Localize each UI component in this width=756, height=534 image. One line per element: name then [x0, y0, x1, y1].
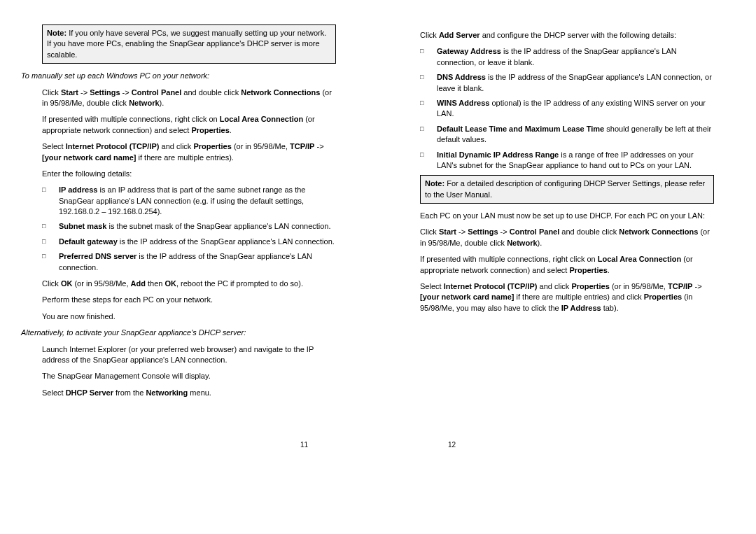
- document-spread: Note: If you only have several PCs, we s…: [0, 0, 756, 534]
- bullet-icon: □: [42, 251, 59, 273]
- note-label: Note:: [425, 179, 444, 188]
- note-label: Note:: [47, 29, 66, 37]
- bullet-icon: □: [420, 150, 437, 171]
- page-number: 11: [300, 440, 308, 450]
- paragraph: If presented with multiple connections, …: [420, 254, 714, 276]
- paragraph: Each PC on your LAN must now be set up t…: [420, 211, 714, 221]
- page-12: Click Add Server and configure the DHCP …: [378, 0, 756, 534]
- paragraph: Launch Internet Explorer (or your prefer…: [42, 344, 336, 366]
- list-item: □ Initial Dynamic IP Address Range is a …: [420, 150, 714, 171]
- list-item: □ DNS Address is the IP address of the S…: [420, 72, 714, 94]
- bullet-icon: □: [42, 237, 59, 247]
- list-item: □ IP address is an IP address that is pa…: [42, 185, 336, 217]
- list-item: □ Subnet mask is the subnet mask of the …: [42, 221, 336, 232]
- paragraph: You are now finished.: [42, 311, 336, 322]
- paragraph: If presented with multiple connections, …: [42, 114, 336, 136]
- bullet-list: □ Gateway Address is the IP address of t…: [420, 46, 714, 171]
- list-item: □ Default gateway is the IP address of t…: [42, 237, 336, 247]
- paragraph: The SnapGear Management Console will dis…: [42, 371, 336, 381]
- note-text: If you only have several PCs, we suggest…: [47, 29, 326, 59]
- note-box: Note: If you only have several PCs, we s…: [42, 24, 336, 64]
- paragraph: Enter the following details:: [42, 169, 336, 179]
- section-heading: Alternatively, to activate your SnapGear…: [21, 328, 336, 338]
- bullet-icon: □: [42, 185, 59, 217]
- list-item: □ WINS Address optional) is the IP addre…: [420, 98, 714, 120]
- paragraph: Click OK (or in 95/98/Me, Add then OK, r…: [42, 279, 336, 289]
- bullet-icon: □: [420, 124, 437, 146]
- bullet-icon: □: [420, 46, 437, 68]
- paragraph: Perform these steps for each PC on your …: [42, 295, 336, 305]
- list-item: □ Gateway Address is the IP address of t…: [420, 46, 714, 68]
- bullet-icon: □: [42, 221, 59, 232]
- paragraph: Click Add Server and configure the DHCP …: [420, 30, 714, 41]
- page-11: Note: If you only have several PCs, we s…: [0, 0, 378, 534]
- paragraph: Select Internet Protocol (TCP/IP) and cl…: [420, 281, 714, 314]
- bullet-icon: □: [420, 72, 437, 94]
- paragraph: Select Internet Protocol (TCP/IP) and cl…: [42, 141, 336, 163]
- bullet-icon: □: [420, 98, 437, 120]
- page-number: 12: [448, 440, 456, 450]
- bullet-list: □ IP address is an IP address that is pa…: [42, 185, 336, 273]
- list-item: □ Preferred DNS server is the IP address…: [42, 251, 336, 273]
- note-box: Note: For a detailed description of conf…: [420, 175, 714, 204]
- list-item: □ Default Lease Time and Maximum Lease T…: [420, 124, 714, 146]
- section-heading: To manually set up each Windows PC on yo…: [21, 71, 336, 81]
- paragraph: Click Start -> Settings -> Control Panel…: [420, 227, 714, 248]
- paragraph: Click Start -> Settings -> Control Panel…: [42, 87, 336, 109]
- paragraph: Select DHCP Server from the Networking m…: [42, 388, 336, 398]
- note-text: For a detailed description of configurin…: [425, 179, 705, 198]
